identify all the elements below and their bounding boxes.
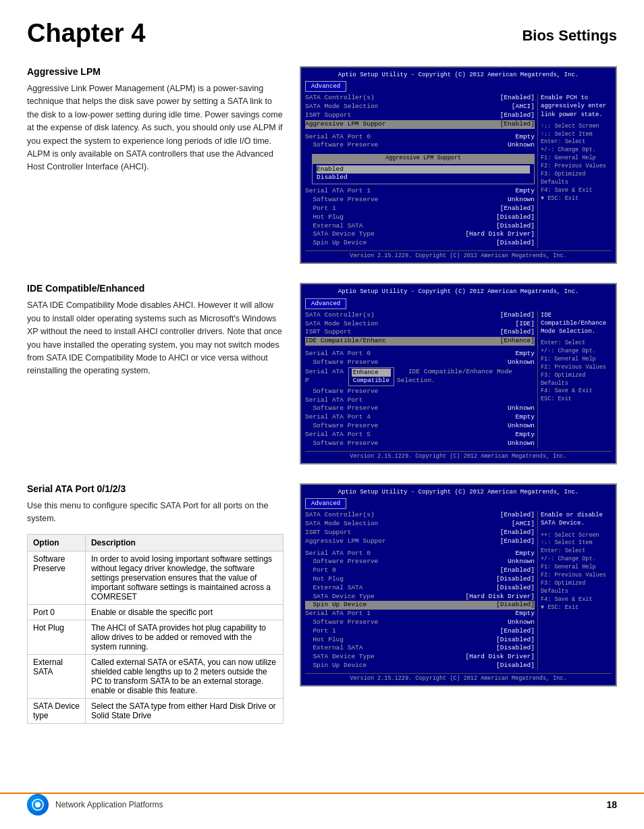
bios1-right: Enable PCH to aggressively enter link po…: [537, 94, 612, 248]
ide-compatible-body: SATA IDE Compatibility Mode disables AHC…: [27, 299, 284, 377]
bios1-main: SATA Controller(s) [Enabled] SATA Mode S…: [305, 94, 612, 248]
bios2-footer: Version 2.15.1229. Copyright (C) 2012 Am…: [305, 451, 612, 460]
bios3-left: SATA Controller(s) [Enabled] SATA Mode S…: [305, 511, 535, 670]
bios3-right: Enable or disable SATA Device. ++: Selec…: [537, 511, 612, 670]
bios1-left: SATA Controller(s) [Enabled] SATA Mode S…: [305, 94, 535, 248]
bios1-tab: Advanced: [305, 81, 346, 92]
aggressive-lpm-text: Aggressive LPM Aggressive Link Power Man…: [27, 66, 284, 264]
bios-box-3: Aptio Setup Utility - Copyright (C) 2012…: [300, 483, 617, 687]
bios2-titlebar: Aptio Setup Utility - Copyright (C) 2012…: [305, 287, 612, 296]
bios-screenshot-2: Aptio Setup Utility - Copyright (C) 2012…: [300, 283, 617, 464]
svg-point-1: [35, 802, 41, 807]
serial-ata-body: Use this menu to configure specific SATA…: [27, 500, 284, 526]
bios1-row-4: Serial ATA Port 0 Empty: [305, 133, 535, 142]
footer-logo: Network Application Platforms: [27, 794, 163, 815]
bios-settings-title: Bios Settings: [522, 27, 617, 45]
table-row: ExternalSATA Called external SATA or eSA…: [28, 654, 284, 698]
chapter-title: Chapter 4: [27, 20, 145, 46]
bios1-row-2: ISRT Support [Enabled]: [305, 111, 535, 120]
aggressive-lpm-body: Aggressive Link Power Management (ALPM) …: [27, 82, 284, 174]
section-aggressive-lpm: Aggressive LPM Aggressive Link Power Man…: [27, 66, 617, 264]
bios3-titlebar: Aptio Setup Utility - Copyright (C) 2012…: [305, 487, 612, 497]
serial-ata-text: Serial ATA Port 0/1/2/3 Use this menu to…: [27, 483, 284, 724]
page-number: 18: [606, 799, 617, 810]
table-row: Hot Plug The AHCI of SATA provides hot p…: [28, 620, 284, 654]
bios1-row-3: Aggressive LPM Suppor [Enabled]: [305, 120, 535, 129]
section-ide-compatible: IDE Compatible/Enhanced SATA IDE Compati…: [27, 283, 617, 464]
ide-compatible-text: IDE Compatible/Enhanced SATA IDE Compati…: [27, 283, 284, 464]
bios3-tab: Advanced: [305, 498, 346, 509]
bios2-main: SATA Controller(s) [Enabled] SATA Mode S…: [305, 311, 612, 448]
company-logo: [27, 794, 49, 815]
company-name: Network Application Platforms: [55, 800, 163, 809]
bios3-main: SATA Controller(s) [Enabled] SATA Mode S…: [305, 511, 612, 670]
header: Chapter 4 Bios Settings: [27, 20, 617, 46]
bios-screenshot-3: Aptio Setup Utility - Copyright (C) 2012…: [300, 483, 617, 724]
bios-screenshot-1: Aptio Setup Utility - Copyright (C) 2012…: [300, 66, 617, 264]
ide-compatible-title: IDE Compatible/Enhanced: [27, 283, 284, 294]
options-table: Option Description SoftwarePreserve In o…: [27, 534, 284, 724]
bios1-row-5: Software Preserve Unknown: [305, 141, 535, 150]
bios2-left: SATA Controller(s) [Enabled] SATA Mode S…: [305, 311, 535, 448]
bios1-bottom-rows: Serial ATA Port 1 Empty: [305, 187, 535, 196]
table-row: Port 0 Enable or disable the specific po…: [28, 604, 284, 620]
page: Chapter 4 Bios Settings Aggressive LPM A…: [0, 0, 644, 829]
serial-ata-title: Serial ATA Port 0/1/2/3: [27, 483, 284, 494]
bios1-footer: Version 2.15.1229. Copyright (C) 2012 Am…: [305, 250, 612, 260]
table-row: SoftwarePreserve In order to avoid losin…: [28, 551, 284, 604]
aggressive-lpm-title: Aggressive LPM: [27, 66, 284, 77]
section-serial-ata: Serial ATA Port 0/1/2/3 Use this menu to…: [27, 483, 617, 724]
bios3-footer: Version 2.15.1229. Copyright (C) 2012 Am…: [305, 673, 612, 683]
bios2-tab: Advanced: [305, 298, 346, 309]
bios-box-1: Aptio Setup Utility - Copyright (C) 2012…: [300, 66, 617, 264]
bios2-popup-row: Serial ATA P Enhance Compatible IDE Comp…: [305, 367, 535, 386]
col-description: Description: [85, 534, 283, 551]
bios1-titlebar: Aptio Setup Utility - Copyright (C) 2012…: [305, 70, 612, 80]
bios1-row-1: SATA Mode Selection [AHCI]: [305, 103, 535, 111]
table-row: SATA Devicetype Select the SATA type fro…: [28, 698, 284, 723]
bios1-row-0: SATA Controller(s) [Enabled]: [305, 94, 535, 103]
bios-box-2: Aptio Setup Utility - Copyright (C) 2012…: [300, 283, 617, 464]
page-footer: Network Application Platforms 18: [0, 793, 644, 815]
bios1-popup: Aggressive LPM Support Enabled Disabled: [312, 154, 535, 184]
logo-icon: [31, 798, 45, 811]
col-option: Option: [28, 534, 86, 551]
bios2-right: IDE Compatible/Enhance Mode Selection. E…: [537, 311, 612, 448]
